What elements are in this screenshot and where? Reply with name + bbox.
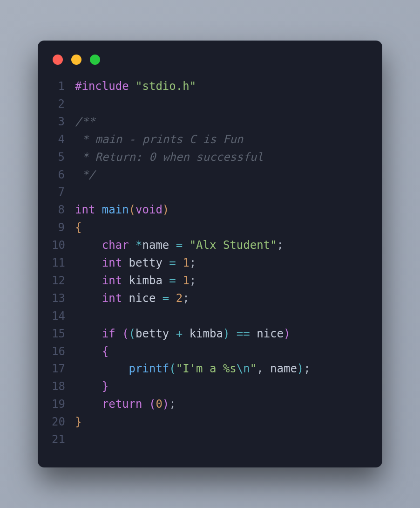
code-line: 1 #include "stdio.h" — [52, 78, 368, 96]
code-line: 10 char *name = "Alx Student"; — [52, 237, 368, 254]
token-string: "stdio.h" — [135, 80, 196, 93]
token-operator: + — [176, 327, 183, 340]
code-line: 19 return (0); — [52, 396, 368, 413]
token-number: 2 — [176, 292, 183, 305]
line-number: 17 — [52, 360, 75, 378]
code-window: 1 #include "stdio.h" 2 3 /** 4 * main - … — [38, 41, 382, 467]
token-string: "Alx Student" — [190, 239, 277, 252]
token-operator: * — [135, 239, 142, 252]
line-number: 4 — [52, 131, 75, 149]
code-line: 2 — [52, 96, 368, 113]
token-paren: ) — [223, 327, 230, 340]
token-paren: ( — [169, 362, 176, 375]
traffic-lights — [53, 55, 368, 65]
token-semi: ; — [169, 398, 176, 411]
line-number: 6 — [52, 166, 75, 184]
token-paren: ( — [122, 327, 129, 340]
token-function: printf — [129, 362, 169, 375]
token-paren: ) — [297, 362, 304, 375]
code-line: 8 int main(void) — [52, 201, 368, 219]
token-function: main — [102, 203, 129, 216]
token-identifier: betty — [129, 256, 163, 269]
line-number: 9 — [52, 219, 75, 237]
token-keyword: return — [102, 398, 142, 411]
code-line: 13 int nice = 2; — [52, 290, 368, 308]
token-comment: /** — [75, 115, 95, 128]
close-icon[interactable] — [53, 55, 63, 65]
token-string: " — [250, 362, 257, 375]
token-brace: { — [102, 345, 108, 358]
line-number: 19 — [52, 396, 75, 413]
line-number: 14 — [52, 308, 75, 325]
token-brace: } — [75, 415, 81, 428]
minimize-icon[interactable] — [71, 55, 81, 65]
code-line: 3 /** — [52, 113, 368, 131]
code-line: 20 } — [52, 413, 368, 431]
code-line: 9 { — [52, 219, 368, 237]
token-semi: ; — [190, 274, 196, 287]
token-brace: { — [75, 221, 81, 234]
token-number: 0 — [156, 398, 162, 411]
line-number: 11 — [52, 254, 75, 272]
code-line: 11 int betty = 1; — [52, 254, 368, 272]
line-number: 8 — [52, 201, 75, 219]
token-identifier: kimba — [129, 274, 163, 287]
token-identifier: name — [270, 362, 297, 375]
token-comma: , — [257, 362, 263, 375]
code-line: 4 * main - prints C is Fun — [52, 131, 368, 149]
code-line: 16 { — [52, 343, 368, 361]
token-identifier: nice — [129, 292, 156, 305]
line-number: 18 — [52, 378, 75, 396]
line-number: 20 — [52, 413, 75, 431]
line-number: 2 — [52, 96, 75, 113]
line-number: 1 — [52, 78, 75, 96]
token-type: int — [102, 292, 122, 305]
code-line: 12 int kimba = 1; — [52, 272, 368, 290]
token-comment: * main - prints C is Fun — [75, 133, 243, 146]
line-number: 13 — [52, 290, 75, 308]
token-operator: = — [169, 274, 176, 287]
code-line: 14 — [52, 308, 368, 325]
token-type: void — [135, 203, 163, 216]
token-semi: ; — [304, 362, 310, 375]
token-comment: */ — [75, 168, 95, 181]
token-type: int — [102, 274, 122, 287]
code-line: 5 * Return: 0 when successful — [52, 149, 368, 166]
code-line: 6 */ — [52, 166, 368, 184]
token-keyword: if — [102, 327, 115, 340]
token-operator: = — [176, 239, 183, 252]
token-number: 1 — [183, 256, 189, 269]
code-line: 17 printf("I'm a %s\n", name); — [52, 360, 368, 378]
line-number: 5 — [52, 149, 75, 166]
token-operator: = — [169, 256, 176, 269]
code-line: 18 } — [52, 378, 368, 396]
line-number: 15 — [52, 325, 75, 343]
token-identifier: kimba — [190, 327, 223, 340]
token-type: int — [75, 203, 95, 216]
token-paren: ) — [163, 398, 169, 411]
token-paren: ( — [129, 203, 135, 216]
token-operator: = — [163, 292, 169, 305]
line-number: 21 — [52, 431, 75, 449]
maximize-icon[interactable] — [90, 55, 100, 65]
token-operator: == — [237, 327, 250, 340]
token-number: 1 — [183, 274, 189, 287]
line-number: 3 — [52, 113, 75, 131]
token-string: "I'm a %s — [176, 362, 237, 375]
token-comment: * Return: 0 when successful — [75, 151, 264, 164]
token-type: char — [102, 239, 129, 252]
code-editor[interactable]: 1 #include "stdio.h" 2 3 /** 4 * main - … — [52, 78, 368, 449]
token-identifier: name — [142, 239, 169, 252]
line-number: 10 — [52, 237, 75, 254]
token-paren: ( — [129, 327, 135, 340]
token-brace: } — [102, 380, 108, 393]
token-identifier: nice — [257, 327, 284, 340]
token-paren: ) — [163, 203, 169, 216]
token-escape: \n — [237, 362, 250, 375]
token-directive: #include — [75, 80, 129, 93]
code-line: 7 — [52, 184, 368, 201]
token-semi: ; — [277, 239, 284, 252]
code-line: 15 if ((betty + kimba) == nice) — [52, 325, 368, 343]
token-identifier: betty — [135, 327, 169, 340]
line-number: 16 — [52, 343, 75, 361]
